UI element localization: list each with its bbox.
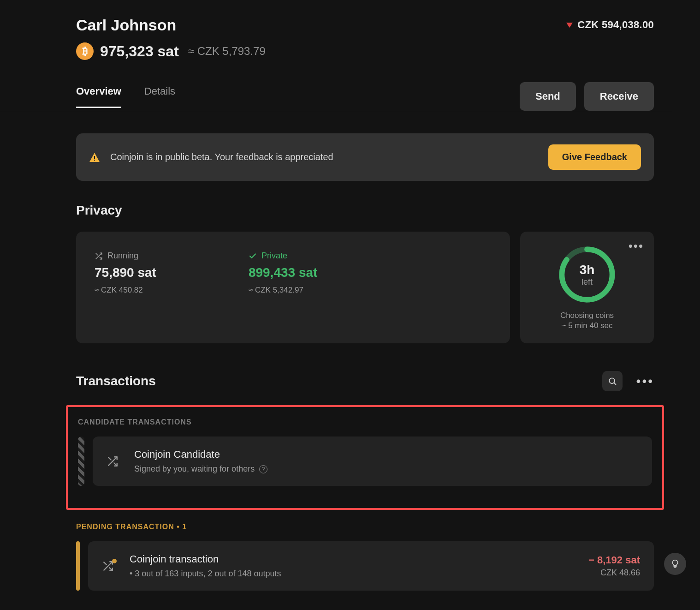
shuffle-icon: [95, 252, 103, 260]
give-feedback-button[interactable]: Give Feedback: [548, 144, 641, 170]
account-name: Carl Johnson: [76, 16, 176, 34]
pending-stripe: [76, 541, 80, 591]
privacy-heading: Privacy: [76, 203, 654, 218]
countdown-status-line1: Choosing coins: [530, 311, 644, 320]
candidate-transaction-row[interactable]: Coinjoin Candidate Signed by you, waitin…: [93, 437, 652, 486]
pending-transaction-row[interactable]: Coinjoin transaction • 3 out of 163 inpu…: [88, 541, 654, 591]
lightbulb-icon: [670, 559, 680, 569]
countdown-status-line2: ~ 5 min 40 sec: [530, 321, 644, 330]
balance-fiat-approx: ≈ CZK 5,793.79: [188, 45, 266, 58]
candidate-title: Coinjoin Candidate: [134, 449, 638, 460]
tab-details[interactable]: Details: [144, 85, 175, 108]
transactions-heading: Transactions: [76, 374, 156, 389]
private-amount: 899,433 sat: [249, 265, 317, 280]
transactions-menu-button[interactable]: •••: [636, 374, 654, 389]
pending-amount: − 8,192 sat: [588, 554, 640, 566]
svg-rect-1: [94, 160, 95, 161]
svg-line-5: [614, 383, 616, 384]
tips-fab-button[interactable]: [664, 553, 686, 575]
pending-subtitle: • 3 out of 163 inputs, 2 out of 148 outp…: [130, 569, 281, 579]
check-icon: [249, 252, 257, 260]
shuffle-icon: [107, 455, 119, 467]
transactions-search-button[interactable]: [602, 371, 623, 391]
receive-button[interactable]: Receive: [584, 82, 654, 111]
countdown-menu-button[interactable]: •••: [629, 239, 644, 253]
privacy-summary-card: Running 75,890 sat ≈ CZK 450.82 Private …: [76, 232, 510, 343]
warning-triangle-icon: [89, 152, 100, 162]
search-icon: [608, 377, 617, 386]
tabs: Overview Details: [76, 85, 175, 108]
running-label-row: Running: [95, 251, 156, 261]
beta-banner: Coinjoin is in public beta. Your feedbac…: [76, 133, 654, 181]
shuffle-icon: [102, 560, 114, 572]
private-label-row: Private: [249, 251, 317, 261]
private-label: Private: [261, 251, 287, 261]
fiat-total-row: CZK 594,038.00: [566, 16, 654, 31]
bitcoin-icon: ₿: [76, 42, 94, 60]
countdown-left-label: left: [581, 277, 593, 287]
triangle-down-icon: [566, 23, 573, 28]
countdown-ring: 3h left: [557, 245, 617, 305]
running-amount: 75,890 sat: [95, 265, 156, 280]
running-label: Running: [107, 251, 138, 261]
pending-group-label: PENDING TRANSACTION • 1: [76, 523, 654, 531]
private-fiat: ≈ CZK 5,342.97: [249, 286, 317, 295]
pending-title: Coinjoin transaction: [130, 553, 573, 565]
candidate-subtitle: Signed by you, waiting for others: [134, 464, 255, 474]
beta-banner-text: Coinjoin is in public beta. Your feedbac…: [110, 152, 333, 162]
send-button[interactable]: Send: [520, 82, 576, 111]
candidate-group-label: CANDIDATE TRANSACTIONS: [78, 418, 652, 426]
pending-fiat: CZK 48.66: [588, 568, 640, 578]
balance-row: ₿ 975,323 sat ≈ CZK 5,793.79: [76, 42, 654, 60]
countdown-value: 3h: [580, 263, 595, 277]
balance-sat: 975,323 sat: [100, 43, 179, 60]
privacy-countdown-card: ••• 3h left Choosing coins ~ 5 min 40 se…: [520, 232, 654, 343]
candidate-stripe: [78, 437, 84, 486]
candidate-highlight-frame: CANDIDATE TRANSACTIONS Coinjoin Candidat…: [66, 405, 664, 510]
fiat-total: CZK 594,038.00: [577, 19, 654, 31]
pending-dot-icon: [112, 559, 117, 563]
running-fiat: ≈ CZK 450.82: [95, 286, 156, 295]
svg-rect-0: [94, 156, 95, 159]
tab-overview[interactable]: Overview: [76, 85, 121, 108]
info-icon[interactable]: ?: [259, 465, 267, 473]
